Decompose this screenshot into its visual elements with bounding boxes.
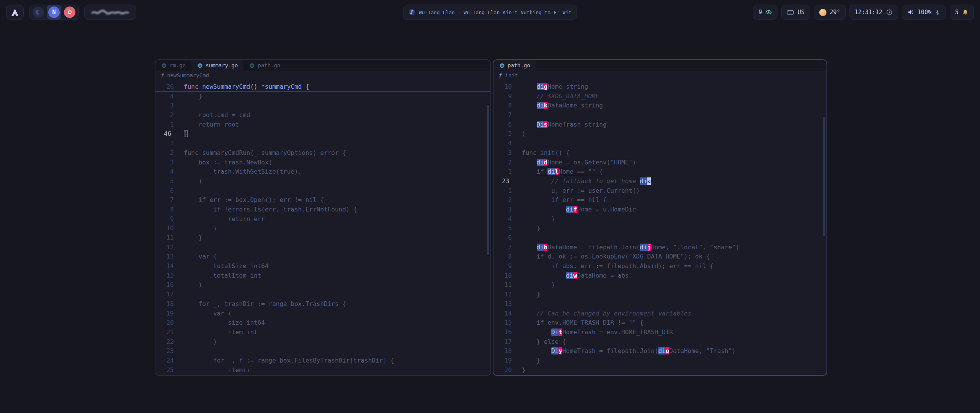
code-line[interactable]: 15 totalItem int bbox=[155, 271, 490, 281]
code-text: var ( bbox=[184, 309, 490, 319]
context-line[interactable]: 26func newSummaryCmd() *summaryCmd { bbox=[155, 82, 490, 92]
code-line[interactable]: 15 if env.HOME_TRASH_DIR != "" { bbox=[493, 318, 826, 328]
tab-summary.go[interactable]: GO summary.go bbox=[191, 60, 243, 71]
code-line[interactable]: 4 bbox=[493, 139, 826, 148]
media-player[interactable]: Wu-Tang Clan - Wu-Tang Clan Ain't Nuthin… bbox=[403, 5, 577, 20]
code-line[interactable]: 3 bbox=[155, 101, 490, 111]
workspace-1[interactable] bbox=[33, 7, 44, 18]
code-line[interactable]: 3func init() { bbox=[493, 148, 826, 158]
tab-path.go[interactable]: GO path.go bbox=[243, 60, 286, 71]
scrollbar[interactable] bbox=[487, 105, 489, 255]
code-text: trash.WithGetSize(true), bbox=[184, 167, 490, 177]
code-line[interactable]: 11 } bbox=[493, 280, 826, 290]
line-number: 11 bbox=[155, 233, 174, 243]
code-line[interactable]: 8 dikDataHome string bbox=[493, 101, 826, 111]
window-title[interactable] bbox=[84, 5, 136, 20]
code-line[interactable]: 2 didHome = os.Getenv("HOME") bbox=[493, 158, 826, 167]
code-line[interactable]: 10 diwDataHome = abs bbox=[493, 271, 826, 281]
code-line[interactable]: 2func summaryCmdRun(_ summaryOptions) er… bbox=[155, 148, 490, 158]
code-line[interactable]: 24 for _, f := range box.FilesByTrashDir… bbox=[155, 356, 490, 366]
code-line[interactable]: 16 DitHomeTrash = env.HOME_TRASH_DIR bbox=[493, 328, 826, 337]
code-line[interactable]: 3 box := trash.NewBox( bbox=[155, 158, 490, 167]
code-line[interactable]: 8 if !errors.Is(err, trash.ErrNotFound) … bbox=[155, 205, 490, 215]
code-line[interactable]: 46} bbox=[155, 129, 490, 139]
notifications-module[interactable]: 5 bbox=[950, 5, 974, 20]
code-line[interactable]: 20} bbox=[493, 366, 826, 375]
code-line[interactable]: 6 DisHomeTrash string bbox=[493, 120, 826, 130]
code-line[interactable]: 1 return root bbox=[155, 120, 490, 130]
code-line[interactable]: 7 dihDataHome = filepath.Join(dijHome, "… bbox=[493, 243, 826, 252]
line-number: 20 bbox=[155, 318, 174, 328]
code-line[interactable]: 25 item++ bbox=[155, 366, 490, 375]
line-number: 9 bbox=[155, 215, 174, 224]
code-line[interactable]: 1 bbox=[155, 139, 490, 148]
code-line[interactable]: 23 // fallback to get home dia bbox=[493, 177, 826, 186]
workspace-2[interactable]: N bbox=[47, 5, 61, 20]
code-area[interactable]: 10 digHome string9 // $XDG_DATA_HOME8 di… bbox=[493, 80, 826, 375]
code-line[interactable]: 21 item int bbox=[155, 328, 490, 337]
weather-module[interactable]: 29° bbox=[814, 5, 846, 20]
code-line[interactable]: 9 return err bbox=[155, 215, 490, 224]
code-line[interactable]: 4 trash.WithGetSize(true), bbox=[155, 167, 490, 177]
code-line[interactable]: 18 for _, trashDir := range box.TrashDir… bbox=[155, 299, 490, 309]
code-line[interactable]: 5) bbox=[493, 129, 826, 139]
code-line[interactable]: 12 bbox=[155, 243, 490, 252]
code-line[interactable]: 8 if d, ok := os.LookupEnv("XDG_DATA_HOM… bbox=[493, 252, 826, 262]
launcher-button[interactable] bbox=[6, 5, 24, 20]
clock-module[interactable]: 12:31:12 bbox=[849, 5, 898, 20]
code-line[interactable]: 5 } bbox=[493, 224, 826, 233]
line-number: 9 bbox=[493, 262, 512, 271]
audio-module[interactable]: 100% bbox=[902, 5, 946, 20]
code-line[interactable]: 17 bbox=[155, 290, 490, 299]
code-line[interactable]: 6 bbox=[493, 233, 826, 243]
line-number: 16 bbox=[155, 280, 174, 290]
code-text: if !errors.Is(err, trash.ErrNotFound) { bbox=[184, 205, 490, 215]
code-text: if d, ok := os.LookupEnv("XDG_DATA_HOME"… bbox=[522, 252, 826, 262]
scrollbar[interactable] bbox=[823, 117, 825, 236]
line-number: 5 bbox=[493, 224, 512, 233]
top-bar: N Wu-Tang Clan - Wu-Tang Clan Ain't Nuth… bbox=[0, 0, 980, 24]
editor-window-left: GO rm.go GO summary.go GO path.go ƒ newS… bbox=[155, 59, 491, 376]
code-text: ) bbox=[184, 337, 490, 347]
code-line[interactable]: 19 } bbox=[493, 356, 826, 366]
code-line[interactable]: 17 } else { bbox=[493, 337, 826, 347]
code-text: dikDataHome string bbox=[522, 101, 826, 111]
code-line[interactable]: 2 root.cmd = cmd bbox=[155, 111, 490, 120]
tab-path.go[interactable]: GO path.go bbox=[493, 60, 536, 71]
code-line[interactable]: 9 // $XDG_DATA_HOME bbox=[493, 92, 826, 101]
code-line[interactable]: 3 difHome = u.HomeDir bbox=[493, 205, 826, 215]
code-line[interactable]: 1 u, err := user.Current() bbox=[493, 186, 826, 196]
line-number: 4 bbox=[155, 92, 174, 101]
code-text: } bbox=[184, 129, 490, 139]
code-line[interactable]: 14 totalSize int64 bbox=[155, 262, 490, 271]
code-line[interactable]: 13 var ( bbox=[155, 252, 490, 262]
code-line[interactable]: 7 if err := box.Open(); err != nil { bbox=[155, 195, 490, 205]
keyboard-layout-module[interactable]: US bbox=[781, 5, 810, 20]
code-line[interactable]: 5 ) bbox=[155, 177, 490, 186]
counter-module[interactable]: 9 bbox=[753, 5, 777, 20]
code-line[interactable]: 10 } bbox=[155, 224, 490, 233]
code-line[interactable]: 10 digHome string bbox=[493, 82, 826, 92]
line-number: 3 bbox=[155, 158, 174, 167]
code-line[interactable]: 19 var ( bbox=[155, 309, 490, 319]
code-line[interactable]: 23 bbox=[155, 346, 490, 356]
code-line[interactable]: 18 DiyHomeTrash = filepath.Join(dioDataH… bbox=[493, 346, 826, 356]
line-number: 2 bbox=[493, 195, 512, 205]
code-line[interactable]: 16 ) bbox=[155, 280, 490, 290]
code-line[interactable]: 4 } bbox=[155, 92, 490, 101]
code-line[interactable]: 7 bbox=[493, 111, 826, 120]
code-line[interactable]: 9 if abs, err := filepath.Abs(d); err ==… bbox=[493, 262, 826, 271]
code-line[interactable]: 12 } bbox=[493, 290, 826, 299]
code-line[interactable]: 6 bbox=[155, 186, 490, 196]
workspace-3[interactable] bbox=[64, 7, 75, 18]
code-line[interactable]: 14 // Can be changed by environment vari… bbox=[493, 309, 826, 319]
code-line[interactable]: 4 } bbox=[493, 215, 826, 224]
code-line[interactable]: 22 ) bbox=[155, 337, 490, 347]
code-line[interactable]: 1 if dilHome == "" { bbox=[493, 167, 826, 177]
code-line[interactable]: 13 bbox=[493, 299, 826, 309]
code-area[interactable]: 26func newSummaryCmd() *summaryCmd {4 }3… bbox=[155, 80, 490, 375]
code-line[interactable]: 2 if err == nil { bbox=[493, 195, 826, 205]
code-line[interactable]: 11 } bbox=[155, 233, 490, 243]
code-line[interactable]: 20 size int64 bbox=[155, 318, 490, 328]
tab-rm.go[interactable]: GO rm.go bbox=[155, 60, 191, 71]
